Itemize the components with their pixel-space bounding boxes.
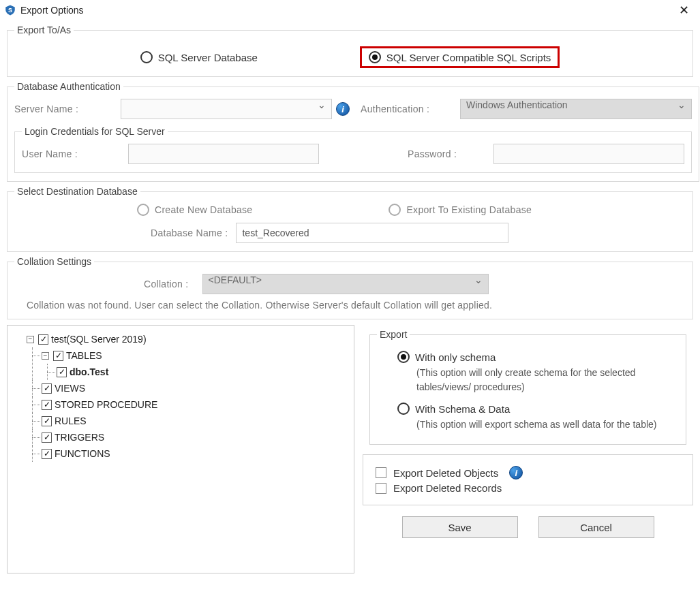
highlight-sql-scripts: SQL Server Compatible SQL Scripts [360,46,560,68]
info-icon[interactable]: i [336,102,350,116]
tree-item: RULES [55,413,87,429]
svg-text:S: S [8,7,12,14]
tree-item: FUNCTIONS [55,445,110,462]
radio-sql-server-db[interactable]: SQL Server Database [140,46,258,68]
dest-db-legend: Select Destination Database [14,186,140,197]
password-label: Password : [408,148,489,159]
cancel-button[interactable]: Cancel [538,516,654,538]
tree-item: TABLES [66,347,102,364]
chevron-down-icon: ⌄ [318,99,326,110]
export-to-legend: Export To/As [14,25,74,35]
dest-db-group: Select Destination Database Create New D… [7,186,693,252]
titlebar: S Export Options ✕ [0,0,700,20]
expander-minus-icon[interactable]: − [42,352,49,360]
only-schema-desc: (This option will only create schema for… [397,366,665,394]
login-group: Login Credentials for SQL Server User Na… [14,126,692,173]
app-icon: S [4,4,16,16]
checkbox[interactable] [42,383,52,394]
tree-root: test(SQL Server 2019) [51,331,147,347]
collation-legend: Collation Settings [14,256,94,267]
collation-label: Collation : [144,279,189,289]
tree-item: TRIGGERS [55,429,104,445]
info-icon[interactable]: i [509,466,523,479]
auth-select[interactable]: Windows Authentication ⌄ [460,99,692,119]
tree-item: VIEWS [55,380,85,396]
db-auth-legend: Database Authentication [14,81,123,92]
expander-minus-icon[interactable]: − [27,336,34,343]
chevron-down-icon: ⌄ [678,99,686,110]
deleted-records-label: Export Deleted Records [393,482,502,494]
close-icon[interactable]: ✕ [675,3,693,18]
export-legend: Export [377,329,410,340]
radio-create-new-db[interactable]: Create New Database [137,204,252,216]
checkbox[interactable] [38,334,48,345]
checkbox[interactable] [53,351,63,361]
checkbox[interactable] [57,367,67,377]
checkbox[interactable] [42,449,52,459]
deleted-group: Export Deleted Objects i Export Deleted … [363,454,693,505]
schema-data-desc: (This option will export schema as well … [397,418,665,432]
db-name-label: Database Name : [151,227,228,238]
tree-item: dbo.Test [70,364,108,380]
login-legend: Login Credentials for SQL Server [22,126,168,137]
db-name-input[interactable] [236,223,508,243]
password-input[interactable] [493,144,684,164]
checkbox[interactable] [42,400,52,410]
save-button[interactable]: Save [402,516,518,538]
window-title: Export Options [20,5,84,16]
tree-item: STORED PROCEDURE [55,396,157,413]
db-auth-group: Database Authentication Server Name : ⌄ … [7,81,699,182]
auth-label: Authentication : [361,104,456,114]
checkbox[interactable] [42,416,52,426]
collation-message: Collation was not found. User can select… [14,294,686,311]
export-to-group: Export To/As SQL Server Database SQL Ser… [7,25,693,77]
checkbox[interactable] [42,432,52,443]
collation-select[interactable]: <DEFAULT> ⌄ [202,274,489,294]
user-name-input[interactable] [128,144,319,164]
radio-schema-data[interactable]: With Schema & Data [397,403,665,415]
server-name-select[interactable]: ⌄ [121,99,332,119]
server-name-label: Server Name : [14,104,117,114]
radio-export-existing[interactable]: Export To Existing Database [389,204,532,216]
checkbox-deleted-objects[interactable] [376,467,386,478]
radio-only-schema[interactable]: With only schema [397,351,665,363]
collation-group: Collation Settings Collation : <DEFAULT>… [7,256,693,319]
radio-sql-scripts[interactable]: SQL Server Compatible SQL Scripts [369,51,551,63]
export-group: Export With only schema (This option wil… [369,329,686,445]
object-tree[interactable]: − test(SQL Server 2019) − TABLES [7,325,354,573]
deleted-objects-label: Export Deleted Objects [393,467,498,479]
user-name-label: User Name : [22,148,124,159]
checkbox-deleted-records[interactable] [376,483,386,494]
chevron-down-icon: ⌄ [474,274,483,285]
